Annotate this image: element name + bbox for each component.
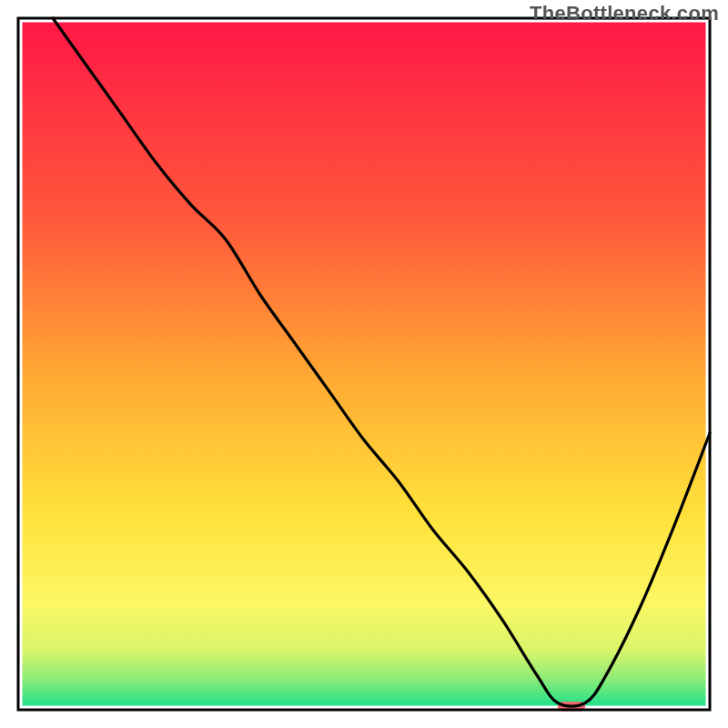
watermark-text: TheBottleneck.com	[530, 2, 719, 25]
chart-canvas	[0, 0, 728, 728]
bottleneck-chart: TheBottleneck.com	[0, 0, 728, 728]
plot-area	[18, 18, 710, 712]
gradient-background	[23, 23, 706, 706]
